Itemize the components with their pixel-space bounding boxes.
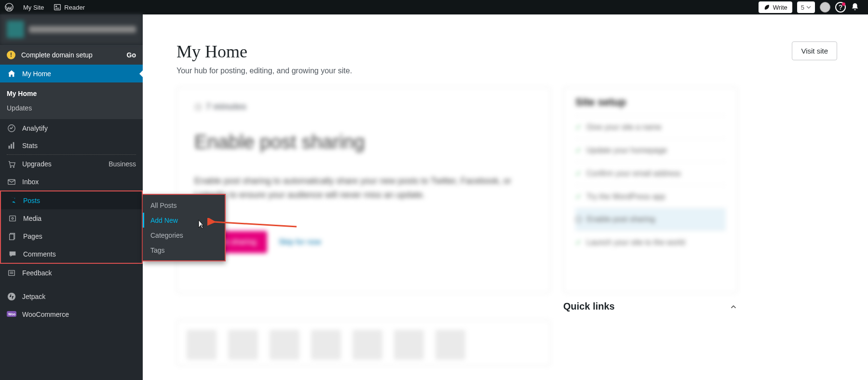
card-paragraph: Enable post sharing to automatically sha… (194, 174, 533, 202)
sidebar-item-feedback[interactable]: Feedback (0, 264, 143, 282)
placeholder-box (435, 330, 465, 360)
woocommerce-label: WooCommerce (22, 311, 69, 318)
setup-item-4[interactable]: Enable post sharing (575, 208, 726, 231)
clock-icon (194, 103, 202, 111)
stats-label: Stats (22, 142, 38, 149)
inbox-label: Inbox (22, 178, 39, 186)
feedback-label: Feedback (22, 269, 52, 277)
sidebar-item-woocommerce[interactable]: Woo WooCommerce (0, 305, 143, 323)
highlighted-group: Posts Media Pages Comments (0, 190, 143, 264)
wordpress-icon (5, 3, 14, 12)
topbar-reader[interactable]: Reader (49, 0, 90, 14)
sidebar-item-pages[interactable]: Pages (1, 227, 142, 245)
sidebar-item-my-home[interactable]: My Home (0, 65, 143, 82)
my-home-label: My Home (22, 70, 51, 78)
placeholder-box (187, 330, 217, 360)
placeholder-box (394, 330, 424, 360)
sidebar-item-media[interactable]: Media (1, 209, 142, 227)
sidebar-item-jetpack[interactable]: Jetpack (0, 287, 143, 305)
site-setup-title: Site setup (575, 96, 726, 109)
setup-item-3[interactable]: ✓Try the WordPress app (575, 185, 726, 208)
admin-sidebar: ! Complete domain setup Go My Home My Ho… (0, 14, 143, 380)
warning-icon: ! (7, 51, 15, 59)
placeholder-box (353, 330, 382, 360)
page-subtitle: Your hub for posting, editing, and growi… (176, 67, 352, 75)
sidebar-item-comments[interactable]: Comments (1, 245, 142, 263)
jetpack-label: Jetpack (22, 293, 45, 300)
svg-point-19 (8, 292, 15, 300)
placeholder-box (228, 330, 258, 360)
card-heading: Enable post sharing (194, 131, 533, 153)
svg-rect-7 (11, 144, 12, 149)
quick-links-label: Quick links (563, 301, 615, 312)
svg-rect-8 (13, 142, 14, 149)
flyout-tags[interactable]: Tags (143, 243, 225, 258)
posts-label: Posts (23, 197, 40, 204)
pages-icon (8, 232, 17, 241)
leaf-icon (763, 4, 770, 11)
domain-setup-banner[interactable]: ! Complete domain setup Go (0, 44, 143, 65)
svg-rect-6 (9, 146, 10, 149)
svg-rect-16 (9, 270, 15, 275)
page-title: My Home (176, 41, 352, 62)
sidebar-item-upgrades[interactable]: Upgrades Business (0, 155, 143, 173)
write-label: Write (773, 4, 787, 11)
main-content: My Home Your hub for posting, editing, a… (143, 14, 868, 380)
my-site-label: My Site (23, 4, 44, 11)
submenu-my-home[interactable]: My Home (0, 86, 143, 101)
svg-text:Woo: Woo (8, 312, 15, 316)
sidebar-item-analytify[interactable]: Analytify (0, 119, 143, 137)
chevron-down-icon (806, 5, 811, 10)
notifications-icon[interactable] (851, 2, 859, 13)
site-setup-card: Site setup ✓Give your site a name ✓Updat… (563, 87, 738, 293)
reader-icon (54, 3, 61, 11)
sidebar-item-posts[interactable]: Posts (1, 191, 142, 209)
write-button[interactable]: Write (759, 1, 792, 13)
flyout-all-posts[interactable]: All Posts (143, 198, 225, 213)
site-name-blurred (29, 26, 136, 33)
avatar[interactable] (820, 2, 830, 13)
comments-label: Comments (23, 250, 56, 258)
setup-item-0[interactable]: ✓Give your site a name (575, 115, 726, 138)
sidebar-item-stats[interactable]: Stats (0, 137, 143, 155)
domain-setup-text: Complete domain setup (21, 51, 121, 59)
radio-icon (575, 216, 582, 223)
flyout-add-new[interactable]: Add New (143, 213, 225, 228)
topbar-my-site[interactable]: My Site (18, 0, 49, 14)
analytify-label: Analytify (22, 124, 48, 132)
visit-site-button[interactable]: Visit site (792, 41, 837, 60)
sidebar-item-inbox[interactable]: Inbox (0, 173, 143, 190)
stats-icon (7, 141, 16, 150)
skip-link[interactable]: Skip for now (279, 238, 321, 246)
mail-icon (7, 177, 16, 186)
svg-point-9 (10, 166, 11, 167)
setup-item-1[interactable]: ✓Update your homepage (575, 138, 726, 162)
site-switcher[interactable] (0, 14, 143, 44)
help-icon[interactable]: ? (835, 2, 846, 13)
upgrades-label: Upgrades (22, 160, 52, 168)
wp-logo[interactable] (0, 0, 18, 14)
cart-icon (7, 160, 16, 168)
placeholder-box (270, 330, 299, 360)
comments-icon (8, 250, 17, 258)
chevron-up-icon (729, 302, 738, 311)
setup-item-5[interactable]: ✓Launch your site to the world (575, 231, 726, 254)
site-thumbnail (7, 21, 24, 38)
count-pill[interactable]: 5 (797, 1, 815, 13)
count-value: 5 (801, 4, 804, 11)
svg-rect-15 (10, 234, 14, 240)
feedback-icon (7, 269, 16, 277)
admin-topbar: My Site Reader Write 5 ? (0, 0, 868, 14)
svg-point-13 (12, 217, 14, 219)
quick-links-header[interactable]: Quick links (563, 301, 738, 312)
reader-label: Reader (64, 4, 85, 11)
svg-point-10 (14, 166, 14, 167)
flyout-categories[interactable]: Categories (143, 228, 225, 243)
home-icon (7, 69, 16, 78)
submenu-updates[interactable]: Updates (0, 101, 143, 115)
setup-item-2[interactable]: ✓Confirm your email address (575, 162, 726, 185)
domain-setup-go[interactable]: Go (127, 51, 136, 59)
posts-flyout-menu: All Posts Add New Categories Tags (143, 194, 226, 261)
svg-rect-2 (55, 6, 57, 7)
woocommerce-icon: Woo (7, 311, 16, 318)
